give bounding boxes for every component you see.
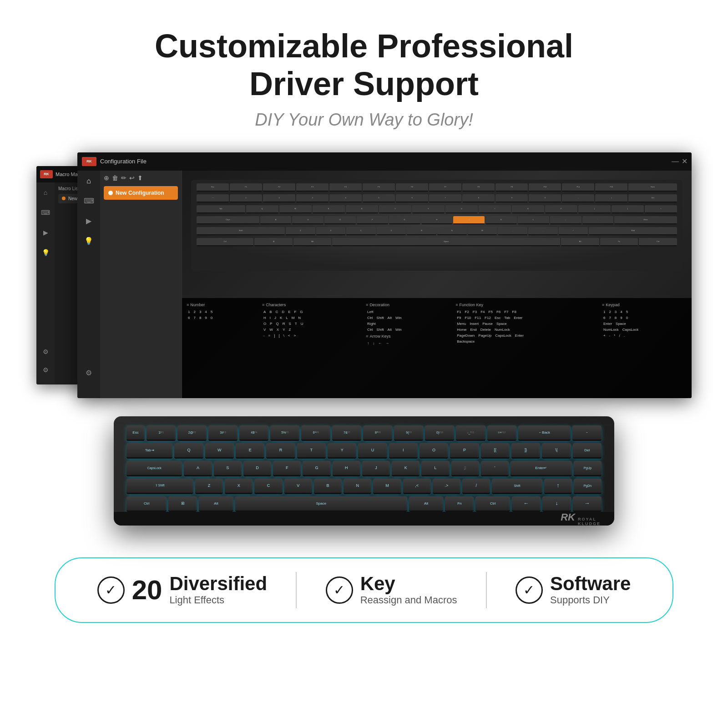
page-title: Customizable Professional Driver Support — [0, 27, 728, 103]
feature-item-software: ✓ Software Supports DIY — [516, 574, 631, 606]
config-item-text: New Configuration — [116, 190, 164, 196]
features-bar: ✓ 20 Diversified Light Effects ✓ Key Rea… — [55, 557, 673, 623]
delete-config-icon[interactable]: 🗑 — [112, 174, 118, 182]
config-toolbar: ⊕ 🗑 ✏ ↩ ⬆ — [104, 174, 178, 182]
macro-terminal-icon[interactable]: ▶ — [40, 227, 51, 238]
sidebar-bulb-icon[interactable]: 💡 — [82, 234, 96, 248]
keyboard-base: RK ROYAL KLUDGE — [114, 512, 614, 526]
characters-group: Characters ABCDEFG HIJKLMN OPQRSTU VWXYZ — [262, 303, 361, 394]
feature-divider-1 — [296, 572, 297, 608]
feature-check-software: ✓ — [516, 576, 543, 604]
macro-settings2-icon[interactable]: ⚙ — [40, 364, 51, 375]
sidebar-keyboard-icon[interactable]: ⌨ — [82, 194, 96, 208]
reset-config-icon[interactable]: ↩ — [129, 174, 135, 182]
function-group: Function Key F1F2F3F4F5F6F7F8 F9F10F11F1… — [455, 303, 597, 394]
macro-dot — [62, 197, 66, 200]
macro-bulb-icon[interactable]: 💡 — [40, 247, 51, 258]
keypad-group: Keypad 12345 67890 EnterSpace NumLockCap… — [602, 303, 687, 394]
config-panel: ⊕ 🗑 ✏ ↩ ⬆ New Configuration — [100, 171, 182, 398]
config-logo: RK — [82, 157, 96, 166]
feature-divider-2 — [486, 572, 487, 608]
characters-group-title: Characters — [262, 303, 361, 307]
macro-logo: RK — [40, 170, 53, 178]
decoration-group-title: Decoration — [366, 303, 451, 307]
sidebar-home-icon[interactable]: ⌂ — [82, 174, 96, 188]
config-window-title: Configuration File — [100, 158, 669, 165]
number-group-title: Number — [187, 303, 258, 307]
macro-sidebar: ⌂ ⌨ ▶ 💡 ⚙ ⚙ — [36, 182, 55, 384]
keyboard-bg: Esc F1F2F3 F4F5F6 F7F8F9 F10F11F12 Back … — [191, 180, 682, 271]
feature-text-software: Software Supports DIY — [550, 574, 631, 606]
macro-home-icon[interactable]: ⌂ — [40, 187, 51, 198]
screenshots-area: RK Macro Manager ⌂ ⌨ ▶ 💡 ⚙ ⚙ Macro List … — [0, 152, 728, 407]
keypad-group-title: Keypad — [602, 303, 687, 307]
feature-text-key: Key Reassign and Macros — [360, 574, 457, 606]
feature-text-light: Diversified Light Effects — [169, 574, 267, 606]
feature-check-key: ✓ — [326, 576, 353, 604]
keyboard-photo-section: Esc 1!F1 2@F2 3#F3 4$F4 5%F5 6^F6 7&F7 8… — [0, 416, 728, 544]
config-item[interactable]: New Configuration — [104, 186, 178, 200]
keyboard-display-area: Esc F1F2F3 F4F5F6 F7F8F9 F10F11F12 Back … — [182, 171, 692, 398]
feature-number-light: 20 — [132, 576, 162, 604]
feature-check-light: ✓ — [97, 576, 125, 604]
config-titlebar: RK Configuration File — ✕ — [77, 152, 692, 171]
config-sidebar: ⌂ ⌨ ▶ 💡 ⚙ — [77, 171, 100, 398]
page-subtitle: DIY Your Own Way to Glory! — [0, 110, 728, 130]
feature-sub-software: Supports DIY — [550, 594, 631, 606]
keyboard-visual: Esc F1F2F3 F4F5F6 F7F8F9 F10F11F12 Back … — [191, 180, 682, 271]
feature-sub-key: Reassign and Macros — [360, 594, 457, 606]
feature-main-light: Diversified — [169, 574, 267, 593]
function-group-title: Function Key — [455, 303, 597, 307]
key-chart: Number 12345 67890 Characters ABCDEFG — [182, 298, 692, 398]
feature-sub-light: Light Effects — [169, 594, 267, 606]
close-button[interactable]: ✕ — [682, 159, 687, 164]
macro-keyboard-icon[interactable]: ⌨ — [40, 207, 51, 218]
add-config-icon[interactable]: ⊕ — [104, 174, 109, 182]
feature-main-software: Software — [550, 574, 631, 593]
arrow-group-title: Arrow Keys — [366, 334, 451, 339]
minimize-button[interactable]: — — [672, 159, 678, 164]
config-body: ⌂ ⌨ ▶ 💡 ⚙ ⊕ 🗑 ✏ ↩ ⬆ New Configuration — [77, 171, 692, 398]
sidebar-settings-icon[interactable]: ⚙ — [82, 366, 96, 380]
decoration-group: Decoration Left CtrlShiftAltWin Right Ct… — [366, 303, 451, 394]
edit-config-icon[interactable]: ✏ — [121, 174, 126, 182]
feature-main-key: Key — [360, 574, 457, 593]
page-header: Customizable Professional Driver Support… — [0, 0, 728, 143]
window-controls: — ✕ — [672, 159, 687, 164]
config-item-dot — [108, 191, 113, 195]
number-group: Number 12345 67890 — [187, 303, 258, 394]
macro-settings-icon[interactable]: ⚙ — [40, 346, 51, 357]
sidebar-terminal-icon[interactable]: ▶ — [82, 214, 96, 228]
keyboard-photo: Esc 1!F1 2@F2 3#F3 4$F4 5%F5 6^F6 7&F7 8… — [114, 416, 614, 526]
feature-item-key: ✓ Key Reassign and Macros — [326, 574, 457, 606]
feature-item-light: ✓ 20 Diversified Light Effects — [97, 574, 268, 606]
export-config-icon[interactable]: ⬆ — [137, 174, 143, 182]
rk-brand-logo: RK ROYAL KLUDGE — [561, 511, 601, 526]
config-window: RK Configuration File — ✕ ⌂ ⌨ ▶ 💡 ⚙ ⊕ 🗑 — [77, 152, 692, 398]
